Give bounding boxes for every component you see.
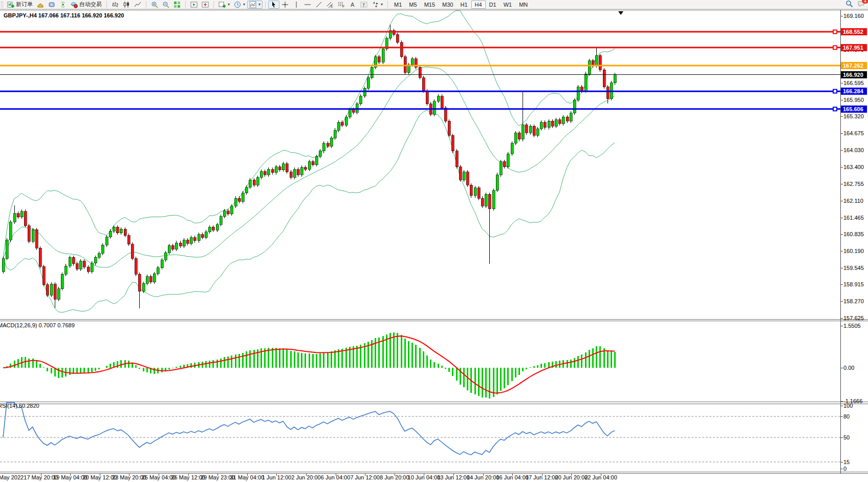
- price-axis-tick: 161.465: [843, 215, 868, 221]
- text-label-button[interactable]: T: [358, 1, 370, 9]
- timeframe-m1-button[interactable]: M1: [390, 1, 405, 9]
- rsi-axis-tick: 80: [843, 413, 868, 420]
- new-order-button-label: 新订单: [16, 1, 33, 8]
- level-price-label: 165.606: [841, 106, 867, 113]
- candles: [2, 25, 616, 308]
- price-axis-tick: 164.030: [843, 147, 868, 154]
- price-axis-tick: 160.835: [843, 231, 868, 238]
- candlestick-chart-icon: [123, 1, 130, 8]
- chevron-down-icon: ▾: [243, 2, 245, 7]
- cursor-icon: [270, 1, 277, 8]
- level-line-marker[interactable]: [833, 90, 837, 93]
- rsi-axis-tick: 0: [843, 466, 868, 472]
- zoom-in-icon: [151, 1, 158, 8]
- tile-windows-button[interactable]: [171, 1, 183, 9]
- indicators-button[interactable]: ▾: [247, 1, 263, 9]
- timeframe-h4-button[interactable]: H4: [471, 1, 486, 9]
- horizontal-line-icon: [304, 1, 311, 8]
- chart-add-icon: [202, 1, 209, 8]
- new-order-button[interactable]: 新订单: [5, 1, 35, 9]
- timeframe-m30-button[interactable]: M30: [439, 1, 457, 9]
- line-chart-icon: [134, 1, 141, 8]
- price-axis-tick: 157.625: [843, 315, 868, 322]
- rsi-line: [3, 403, 615, 455]
- chart-canvas[interactable]: [0, 10, 868, 482]
- bar-chart-button[interactable]: [110, 1, 121, 9]
- chart-title-ohlc: GBPJPY-,H4 167.066 167.116 166.920 166.9…: [4, 12, 124, 18]
- vertical-line-button[interactable]: [291, 1, 302, 9]
- level-line-marker[interactable]: [833, 46, 837, 49]
- timeframe-group: M1M5M15M30H1H4D1W1MN: [389, 0, 532, 9]
- zoom-out-icon: [162, 1, 169, 8]
- toolbar-separator: [265, 1, 266, 8]
- macd-histogram: [4, 332, 615, 399]
- file-group: 新订单自动交易: [4, 0, 105, 9]
- timeframe-m15-button[interactable]: M15: [421, 1, 439, 9]
- clock-icon: [234, 1, 241, 8]
- signals-button[interactable]: [57, 1, 69, 9]
- price-axis-tick: 163.400: [843, 164, 868, 171]
- svg-text:A: A: [351, 2, 355, 8]
- rsi-axis-tick: 50: [843, 434, 868, 441]
- main-toolbar: 新订单自动交易▾▾▾EFAT▾M1M5M15M30H1H4D1W1MN1: [0, 0, 868, 9]
- macd-indicator-label: MACD(12,26,9) 0.7007 0.7689: [0, 322, 75, 328]
- periods-button[interactable]: ▾: [232, 1, 247, 9]
- level-line-marker[interactable]: [833, 30, 837, 34]
- price-axis-tick: 160.190: [843, 248, 868, 255]
- trendline-button[interactable]: [313, 1, 324, 9]
- arrows-button[interactable]: ▾: [370, 1, 385, 9]
- profiles-icon: [37, 1, 44, 8]
- toolbar-right-icons: 1: [845, 0, 868, 9]
- svg-text:E: E: [331, 5, 333, 8]
- text-label-icon: T: [360, 1, 367, 8]
- zoom-in-button[interactable]: [149, 1, 160, 9]
- crosshair-icon: [281, 1, 289, 8]
- rsi-indicator-label: RSI(14) 60.2820: [0, 403, 39, 409]
- horizontal-line-button[interactable]: [302, 1, 313, 9]
- price-axis-tick: 159.545: [843, 265, 868, 271]
- timeframe-mn-button[interactable]: MN: [515, 1, 531, 9]
- toolbar-separator: [146, 1, 146, 8]
- indicators-icon: [249, 1, 256, 8]
- timeframe-m5-button[interactable]: M5: [405, 1, 420, 9]
- svg-text:F: F: [342, 5, 344, 8]
- fibonacci-button[interactable]: F: [336, 1, 347, 9]
- toolbar-separator: [106, 1, 107, 8]
- chat-icon[interactable]: 1: [857, 0, 865, 9]
- vertical-line-icon: [293, 1, 300, 8]
- crosshair-button[interactable]: [279, 1, 291, 9]
- price-axis-tick: 165.320: [843, 113, 868, 120]
- market-watch-button[interactable]: [46, 1, 57, 9]
- chart-shift-marker[interactable]: [618, 11, 623, 15]
- macd-axis-tick: 0.00: [843, 365, 868, 371]
- chart-window[interactable]: 168.515167.870167.225169.160166.595165.9…: [0, 10, 868, 482]
- timeframe-d1-button[interactable]: D1: [486, 1, 500, 9]
- level-line-marker[interactable]: [833, 107, 837, 111]
- current-price-label: 166.920: [841, 71, 867, 78]
- cursor-button[interactable]: [268, 1, 279, 9]
- text-button[interactable]: A: [347, 1, 358, 9]
- add-chart-button[interactable]: [200, 1, 211, 9]
- chevron-down-icon: ▾: [228, 2, 230, 7]
- new-chart-icon: [219, 1, 226, 8]
- candlestick-chart-button[interactable]: [121, 1, 132, 9]
- price-axis-tick: 162.110: [843, 198, 868, 204]
- price-axis-tick: 165.950: [843, 97, 868, 103]
- equidistant-channel-button[interactable]: E: [324, 1, 336, 9]
- zoom-group: [148, 0, 184, 9]
- templates-button[interactable]: [188, 1, 200, 9]
- zoom-out-button[interactable]: [160, 1, 171, 9]
- notification-badge: 1: [862, 0, 868, 4]
- rsi-axis-tick: 15: [843, 459, 868, 466]
- timeframe-w1-button[interactable]: W1: [500, 1, 516, 9]
- timeframe-h1-button[interactable]: H1: [457, 1, 471, 9]
- line-chart-button[interactable]: [132, 1, 143, 9]
- auto-trading-button[interactable]: 自动交易: [69, 1, 104, 9]
- new-chart-button[interactable]: ▾: [216, 1, 232, 9]
- level-price-label: 166.284: [841, 88, 867, 95]
- trading-terminal-window: 新订单自动交易▾▾▾EFAT▾M1M5M15M30H1H4D1W1MN1 168…: [0, 0, 868, 482]
- profiles-button[interactable]: [35, 1, 46, 9]
- level-price-label: 167.951: [841, 44, 867, 51]
- search-icon[interactable]: [845, 0, 853, 9]
- chart-play-icon: [190, 1, 198, 8]
